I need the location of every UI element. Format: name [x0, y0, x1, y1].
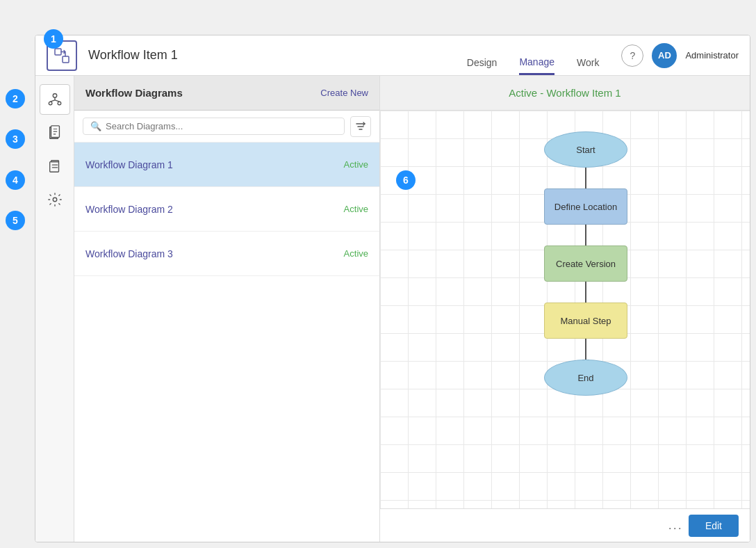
sidebar-icon-documents[interactable]	[40, 118, 70, 148]
node-manual-step: Manual Step	[544, 303, 627, 339]
arrow-1	[585, 168, 586, 188]
content-footer: ... Edit	[380, 508, 750, 542]
main-window: Workflow Item 1 Design Manage Work ? AD …	[35, 35, 750, 542]
svg-point-4	[58, 102, 61, 105]
svg-point-2	[53, 94, 57, 98]
diagram-canvas: Start Define Location Create Version	[380, 111, 750, 508]
search-input[interactable]	[106, 121, 337, 131]
badge-5: 5	[6, 211, 25, 230]
header-title: Workflow Item 1	[88, 48, 467, 63]
sidebar-icon-settings[interactable]	[40, 184, 70, 215]
sidebar-panel-title: Workflow Diagrams	[85, 87, 183, 99]
diagram-item-0[interactable]: Workflow Diagram 1 Active	[74, 143, 379, 187]
search-icon: 🔍	[90, 121, 101, 131]
sort-button[interactable]	[350, 116, 371, 137]
header-right: ? AD Administrator	[621, 43, 739, 68]
search-bar: 🔍	[74, 111, 379, 143]
node-define-location: Define Location	[544, 188, 627, 225]
flowchart-create-version: Create Version	[544, 245, 627, 282]
sidebar-panel-header: Workflow Diagrams Create New	[74, 76, 379, 111]
diagram-item-1[interactable]: Workflow Diagram 2 Active	[74, 187, 379, 232]
arrow-2	[585, 225, 586, 245]
svg-point-3	[49, 102, 52, 105]
flowchart-define-location: Define Location	[544, 188, 627, 225]
content-header: Active - Workflow Item 1	[380, 76, 750, 111]
badge-3: 3	[6, 129, 25, 149]
diagram-item-2[interactable]: Workflow Diagram 3 Active	[74, 232, 379, 276]
nav-manage[interactable]: Manage	[519, 35, 554, 75]
content-title: Active - Workflow Item 1	[509, 87, 621, 99]
diagram-name-2: Workflow Diagram 3	[85, 248, 173, 259]
badge-2: 2	[6, 89, 25, 108]
avatar: AD	[652, 43, 677, 68]
arrow-3	[585, 282, 586, 303]
arrow-4	[585, 339, 586, 360]
search-input-wrap[interactable]: 🔍	[83, 118, 345, 135]
admin-label: Administrator	[685, 50, 739, 61]
diagram-status-0: Active	[344, 159, 368, 170]
nav-design[interactable]: Design	[467, 35, 498, 75]
more-options-button[interactable]: ...	[668, 518, 683, 533]
node-end: End	[544, 360, 627, 396]
badge-6: 6	[396, 170, 416, 190]
svg-rect-0	[55, 49, 61, 55]
edit-button[interactable]: Edit	[689, 515, 739, 537]
sidebar-icons	[35, 76, 74, 542]
help-button[interactable]: ?	[621, 45, 643, 67]
svg-point-9	[53, 198, 57, 202]
flowchart: Start Define Location Create Version	[544, 131, 627, 396]
badge-1: 1	[44, 29, 63, 49]
svg-rect-1	[63, 56, 69, 63]
diagram-status-2: Active	[344, 248, 368, 259]
diagram-name-1: Workflow Diagram 2	[85, 204, 173, 215]
node-start: Start	[544, 131, 627, 168]
badge-4: 4	[6, 170, 25, 190]
diagram-status-1: Active	[344, 204, 368, 214]
sidebar-icon-workflow[interactable]	[40, 84, 70, 115]
header-nav: Design Manage Work	[467, 35, 600, 75]
flowchart-end: End	[544, 360, 627, 396]
app-body: Workflow Diagrams Create New 🔍	[35, 76, 750, 542]
flowchart-start: Start	[544, 131, 627, 168]
main-content: Active - Workflow Item 1 Start Define Lo…	[380, 76, 750, 542]
app-header: Workflow Item 1 Design Manage Work ? AD …	[35, 35, 750, 76]
diagram-list: Workflow Diagram 1 Active Workflow Diagr…	[74, 143, 379, 542]
sidebar-icon-pages[interactable]	[40, 151, 70, 182]
flowchart-manual-step: Manual Step	[544, 303, 627, 339]
nav-work[interactable]: Work	[577, 35, 599, 75]
create-new-button[interactable]: Create New	[320, 88, 368, 98]
node-create-version: Create Version	[544, 245, 627, 282]
diagram-name-0: Workflow Diagram 1	[85, 159, 173, 170]
sidebar-panel: Workflow Diagrams Create New 🔍	[74, 76, 380, 542]
svg-rect-8	[49, 162, 58, 172]
